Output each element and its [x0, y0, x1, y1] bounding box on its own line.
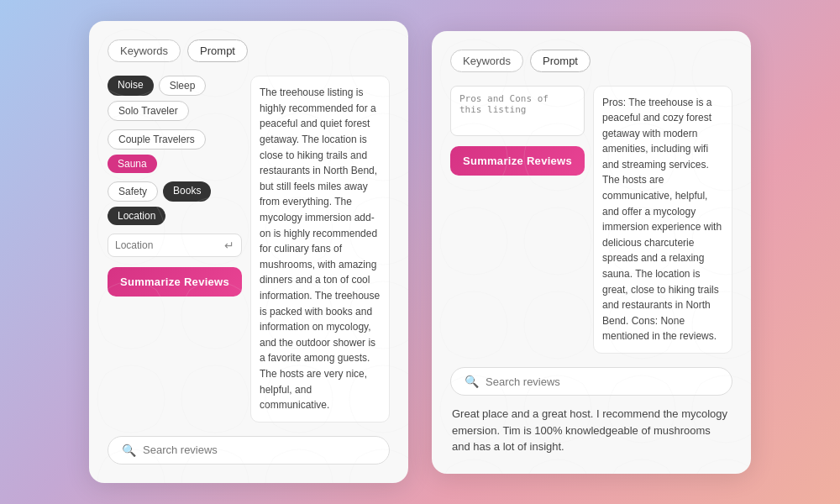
tags-row-3: Safety Books Location — [108, 181, 242, 225]
tag-sauna[interactable]: Sauna — [108, 155, 157, 173]
left-search-bar[interactable]: 🔍 — [108, 436, 390, 465]
left-summary-output: The treehouse listing is highly recommen… — [250, 76, 390, 422]
tags-row-2: Couple Travelers Sauna — [108, 129, 242, 173]
search-icon-left: 🔍 — [122, 444, 136, 457]
search-icon-right: 🔍 — [465, 375, 479, 388]
tab-prompt-left[interactable]: Prompt — [187, 39, 248, 62]
right-tabs: Keywords Prompt — [450, 50, 732, 72]
prompt-placeholder-text: Pros and Cons of this listing — [459, 93, 575, 115]
tag-sleep[interactable]: Sleep — [159, 76, 207, 96]
tag-couple-travelers[interactable]: Couple Travelers — [108, 129, 206, 150]
left-summary-text: The treehouse listing is highly recommen… — [260, 85, 381, 412]
left-controls: Noise Sleep Solo Traveler Couple Travele… — [108, 76, 242, 422]
right-panel: Keywords Prompt Pros and Cons of this li… — [432, 31, 751, 474]
tab-keywords-right[interactable]: Keywords — [450, 50, 523, 72]
right-search-bar[interactable]: 🔍 — [450, 367, 732, 396]
summarize-button-right[interactable]: Summarize Reviews — [450, 146, 585, 176]
left-tabs: Keywords Prompt — [108, 39, 390, 62]
tab-prompt-right[interactable]: Prompt — [530, 50, 591, 72]
tag-noise[interactable]: Noise — [108, 76, 154, 96]
tag-location[interactable]: Location — [108, 207, 165, 225]
tag-safety[interactable]: Safety — [108, 181, 158, 202]
left-panel-body: Noise Sleep Solo Traveler Couple Travele… — [108, 76, 390, 422]
right-summary-text: Pros: The treehouse is a peaceful and co… — [602, 95, 723, 345]
location-input[interactable] — [115, 239, 224, 251]
review-text: Great place and a great host. I recommen… — [450, 406, 732, 455]
panels-container: Keywords Prompt Noise Sleep Solo Travele… — [89, 21, 751, 482]
enter-icon: ↵ — [224, 239, 234, 252]
right-controls: Pros and Cons of this listing Summarize … — [450, 86, 585, 354]
tag-solo-traveler[interactable]: Solo Traveler — [108, 101, 189, 121]
right-search-input[interactable] — [486, 375, 718, 388]
prompt-input-area[interactable]: Pros and Cons of this listing — [450, 86, 585, 136]
tab-keywords-left[interactable]: Keywords — [108, 39, 181, 62]
left-search-input[interactable] — [143, 444, 375, 456]
left-panel: Keywords Prompt Noise Sleep Solo Travele… — [89, 21, 408, 482]
location-input-row[interactable]: ↵ — [108, 234, 242, 257]
tag-books[interactable]: Books — [163, 181, 211, 202]
tags-row-1: Noise Sleep Solo Traveler — [108, 76, 242, 121]
right-panel-body: Pros and Cons of this listing Summarize … — [450, 86, 732, 354]
right-summary-output: Pros: The treehouse is a peaceful and co… — [593, 86, 732, 354]
summarize-button-left[interactable]: Summarize Reviews — [108, 267, 242, 297]
